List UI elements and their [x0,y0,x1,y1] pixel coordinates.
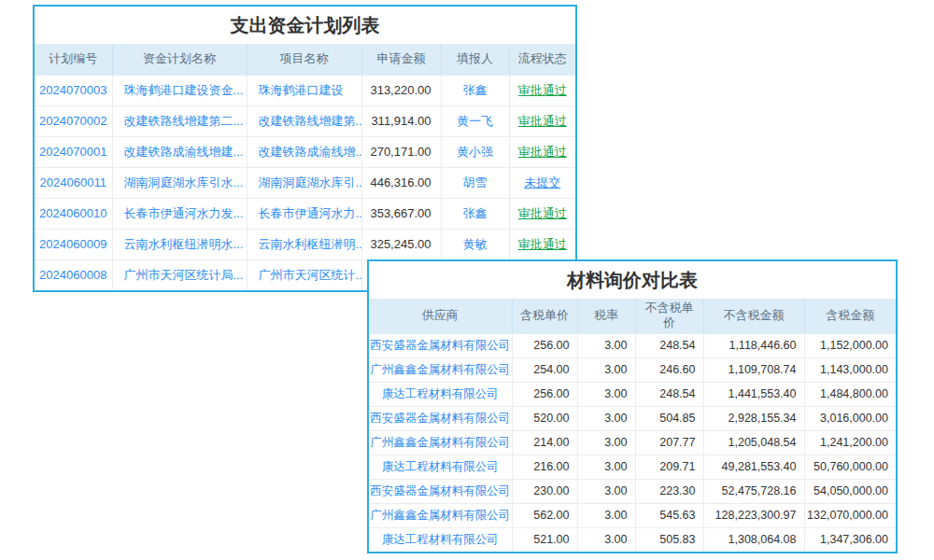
status-link[interactable]: 审批通过 [518,83,567,97]
inquiry-col-tax-rate: 税率 [577,299,635,333]
expense-row: 2024060010 长春市伊通河水力发... 长春市伊通河水力... 353,… [35,198,575,229]
project-name-link[interactable]: 改建铁路线增建第... [259,114,362,128]
project-name-link[interactable]: 湖南洞庭湖水库引... [259,175,362,189]
status-link[interactable]: 审批通过 [518,206,567,220]
fund-plan-name-link[interactable]: 改建铁路线增建第二... [124,114,244,128]
net-amount-value: 128,223,300.97 [703,503,804,527]
supplier-link[interactable]: 广州鑫鑫金属材料有限公司 [370,436,510,449]
reporter-name: 张鑫 [463,206,488,220]
expense-col-reporter: 填报人 [441,44,509,75]
tax-rate-value: 3.00 [577,503,635,527]
tax-price-value: 562.00 [512,503,577,527]
project-name-link[interactable]: 云南水利枢纽潜明... [259,237,362,251]
tax-amount-value: 132,070,000.00 [804,503,896,527]
apply-amount-value: 313,220.00 [361,75,441,105]
fund-plan-name-link[interactable]: 广州市天河区统计局... [124,268,244,282]
tax-amount-value: 1,484,800.00 [804,382,896,406]
supplier-link[interactable]: 西安盛器金属材料有限公司 [370,339,510,352]
project-name-link[interactable]: 长春市伊通河水力... [259,206,362,220]
fund-plan-name-link[interactable]: 改建铁路成渝线增建... [124,145,244,159]
plan-id-link[interactable]: 2024070001 [39,145,106,159]
inquiry-row: 西安盛器金属材料有限公司 230.00 3.00 223.30 52,475,7… [369,479,896,503]
tax-price-value: 256.00 [512,333,577,357]
expense-plan-title: 支出资金计划列表 [35,7,575,44]
net-amount-value: 1,118,446.60 [703,333,804,357]
plan-id-link[interactable]: 2024060010 [39,206,106,220]
apply-amount-value: 446,316.00 [361,167,441,198]
inquiry-col-tax-amount: 含税金额 [804,299,896,333]
inquiry-col-net-price: 不含税单价 [635,299,703,333]
project-name-link[interactable]: 珠海鹤港口建设 [259,83,344,97]
status-link[interactable]: 审批通过 [518,237,567,251]
material-inquiry-panel: 材料询价对比表 供应商 含税单价 税率 不含税单价 不含税金额 含税金额 西安盛… [367,259,898,553]
inquiry-col-tax-price: 含税单价 [512,299,577,333]
expense-row: 2024060009 云南水利枢纽潜明水... 云南水利枢纽潜明... 325,… [35,229,575,259]
tax-amount-value: 1,241,200.00 [804,430,896,455]
material-inquiry-title: 材料询价对比表 [369,261,896,299]
reporter-name: 胡雪 [463,175,488,189]
apply-amount-value: 353,667.00 [361,198,441,229]
expense-col-apply-amount: 申请金额 [361,44,441,75]
reporter-name: 黄小强 [457,145,493,159]
project-name-link[interactable]: 广州市天河区统计... [259,268,362,282]
tax-rate-value: 3.00 [577,455,635,479]
fund-plan-name-link[interactable]: 云南水利枢纽潜明水... [124,237,244,251]
tax-rate-value: 3.00 [577,479,635,503]
net-amount-value: 49,281,553.40 [703,455,804,479]
tax-price-value: 216.00 [512,455,577,479]
inquiry-row: 西安盛器金属材料有限公司 256.00 3.00 248.54 1,118,44… [369,333,896,357]
net-amount-value: 1,109,708.74 [703,357,804,382]
status-link[interactable]: 审批通过 [518,114,567,128]
inquiry-row: 西安盛器金属材料有限公司 520.00 3.00 504.85 2,928,15… [369,406,896,430]
inquiry-row: 康达工程材料有限公司 216.00 3.00 209.71 49,281,553… [369,455,896,479]
supplier-link[interactable]: 康达工程材料有限公司 [382,387,499,400]
tax-amount-value: 1,152,000.00 [804,333,896,357]
expense-table-body: 2024070003 珠海鹤港口建设资金... 珠海鹤港口建设 313,220.… [35,75,575,290]
tax-amount-value: 50,760,000.00 [804,455,896,479]
apply-amount-value: 325,245.00 [361,229,441,259]
inquiry-row: 康达工程材料有限公司 521.00 3.00 505.83 1,308,064.… [369,527,896,552]
fund-plan-name-link[interactable]: 长春市伊通河水力发... [124,206,244,220]
net-price-value: 545.63 [635,503,703,527]
plan-id-link[interactable]: 2024060008 [39,268,106,282]
plan-id-link[interactable]: 2024070002 [39,114,106,128]
reporter-name: 张鑫 [463,83,488,97]
supplier-link[interactable]: 广州鑫鑫金属材料有限公司 [370,509,510,522]
expense-col-project-name: 项目名称 [247,44,361,75]
inquiry-row: 广州鑫鑫金属材料有限公司 214.00 3.00 207.77 1,205,04… [369,430,896,455]
expense-row: 2024070001 改建铁路成渝线增建... 改建铁路成渝线增... 270,… [35,136,575,167]
tax-amount-value: 3,016,000.00 [804,406,896,430]
supplier-link[interactable]: 康达工程材料有限公司 [382,460,499,473]
tax-amount-value: 54,050,000.00 [804,479,896,503]
project-name-link[interactable]: 改建铁路成渝线增... [259,145,362,159]
supplier-link[interactable]: 西安盛器金属材料有限公司 [370,412,510,425]
status-link[interactable]: 未提交 [524,175,560,189]
status-link[interactable]: 审批通过 [518,145,567,159]
net-price-value: 248.54 [635,333,703,357]
fund-plan-name-link[interactable]: 湖南洞庭湖水库引水... [124,175,244,189]
supplier-link[interactable]: 康达工程材料有限公司 [382,533,499,546]
expense-row: 2024070003 珠海鹤港口建设资金... 珠海鹤港口建设 313,220.… [35,75,575,105]
tax-rate-value: 3.00 [577,357,635,382]
plan-id-link[interactable]: 2024060011 [40,175,106,189]
tax-rate-value: 3.00 [577,333,635,357]
net-amount-value: 2,928,155.34 [703,406,804,430]
tax-price-value: 230.00 [512,479,577,503]
expense-row: 2024070002 改建铁路线增建第二... 改建铁路线增建第... 311,… [35,105,575,136]
fund-plan-name-link[interactable]: 珠海鹤港口建设资金... [124,83,244,97]
material-inquiry-table: 供应商 含税单价 税率 不含税单价 不含税金额 含税金额 西安盛器金属材料有限公… [369,299,896,552]
tax-price-value: 521.00 [512,527,577,552]
net-amount-value: 1,308,064.08 [703,527,804,552]
supplier-link[interactable]: 西安盛器金属材料有限公司 [370,484,510,497]
net-price-value: 504.85 [635,406,703,430]
plan-id-link[interactable]: 2024070003 [39,83,106,97]
net-price-value: 246.60 [635,357,703,382]
net-price-value: 223.30 [635,479,703,503]
supplier-link[interactable]: 广州鑫鑫金属材料有限公司 [370,363,510,376]
inquiry-row: 广州鑫鑫金属材料有限公司 254.00 3.00 246.60 1,109,70… [369,357,896,382]
apply-amount-value: 270,171.00 [361,136,441,167]
net-price-value: 207.77 [635,430,703,455]
expense-header-row: 计划编号 资金计划名称 项目名称 申请金额 填报人 流程状态 [35,44,575,75]
plan-id-link[interactable]: 2024060009 [39,237,106,251]
inquiry-header-row: 供应商 含税单价 税率 不含税单价 不含税金额 含税金额 [369,299,896,333]
